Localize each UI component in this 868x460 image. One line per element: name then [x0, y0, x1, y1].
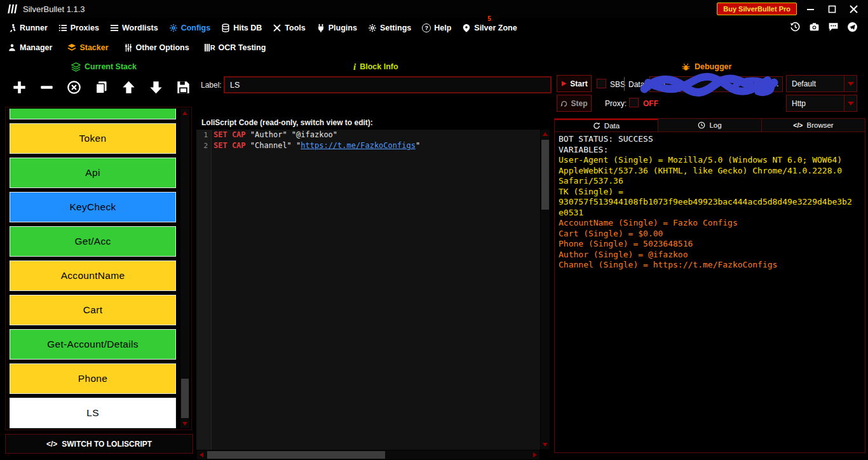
menu-configs[interactable]: Configs — [169, 24, 211, 32]
stack-panel: Token Api KeyCheck Get/Acc AccountName C… — [5, 107, 192, 430]
dropdown-arrow-box — [844, 95, 857, 111]
proxies-list-icon — [58, 24, 67, 32]
menu-plugins[interactable]: Plugins — [316, 24, 357, 32]
step-button[interactable]: Step — [557, 95, 592, 112]
debug-output-line: User-Agent (Single) = Mozilla/5.0 (Windo… — [559, 155, 853, 187]
close-button[interactable] — [845, 2, 862, 16]
save-floppy-icon — [176, 80, 191, 95]
debugger-title: Debugger — [695, 62, 731, 71]
code-url-link[interactable]: https://t.me/FazkoConfigs — [301, 141, 416, 150]
scrollbar-thumb[interactable] — [207, 451, 385, 459]
menu-hitsdb[interactable]: Hits DB — [221, 24, 262, 32]
stack-block-ls[interactable]: LS — [10, 398, 176, 428]
chat-bubble-icon — [828, 22, 839, 32]
block-label-input[interactable] — [224, 76, 552, 93]
loliscript-header: LoliScript Code (read-only, switch view … — [196, 117, 550, 129]
proxy-checkbox[interactable] — [629, 98, 639, 107]
sbs-checkbox[interactable] — [597, 79, 606, 88]
buy-pro-button[interactable]: Buy SilverBullet Pro — [717, 3, 797, 15]
scroll-down-arrow[interactable] — [541, 440, 550, 449]
move-block-up-button[interactable] — [121, 79, 136, 95]
save-config-button[interactable] — [175, 79, 191, 95]
stack-block-api[interactable]: Api — [10, 158, 176, 188]
stack-scrollbar[interactable] — [180, 109, 189, 428]
runner-icon — [8, 24, 17, 32]
tab-data[interactable]: Data — [555, 119, 658, 132]
debugger-output: BOT STATUS: SUCCESS VARIABLES: User-Agen… — [555, 132, 865, 452]
history-clock-icon — [790, 22, 801, 32]
switch-to-loliscript-button[interactable]: </> SWITCH TO LOLISCRIPT — [5, 434, 193, 454]
code-icon: </> — [793, 121, 803, 129]
stack-block-getacc[interactable]: Get/Acc — [10, 226, 176, 257]
minimize-button[interactable] — [802, 2, 818, 16]
scroll-left-arrow[interactable] — [197, 450, 206, 459]
start-button[interactable]: Start — [557, 75, 592, 92]
history-button[interactable] — [790, 22, 801, 34]
clear-stack-button[interactable] — [66, 79, 81, 95]
scroll-right-arrow[interactable] — [531, 450, 539, 459]
debugger-panel: Data Log </> Browser BOT STATUS: SUCCESS… — [554, 118, 865, 453]
menu-proxies-label: Proxies — [71, 24, 99, 32]
add-block-button[interactable] — [11, 79, 27, 95]
menu-runner[interactable]: Runner — [8, 24, 48, 32]
tab-log[interactable]: Log — [658, 119, 762, 132]
code-editor: 1SET CAP "Author" "@ifazkoo" 2SET CAP "C… — [196, 130, 540, 450]
wordlists-icon — [110, 24, 119, 32]
menu-settings[interactable]: Settings — [368, 24, 411, 32]
submenu-manager[interactable]: Manager — [8, 43, 52, 52]
scroll-up-arrow[interactable] — [541, 130, 550, 139]
scroll-down-arrow[interactable] — [180, 419, 189, 428]
tab-log-label: Log — [709, 121, 721, 129]
data-input[interactable]: us0 estbu . — [649, 76, 783, 92]
clone-block-button[interactable] — [93, 79, 109, 95]
submenu-ocr-testing[interactable]: R OCR Testing — [205, 43, 266, 52]
step-button-label: Step — [571, 99, 587, 108]
menu-wordlists[interactable]: Wordlists — [110, 24, 158, 32]
block-info-header: i Block Info — [353, 60, 398, 73]
proxy-type-dropdown[interactable]: Http — [786, 95, 857, 112]
label-caption: Label: — [201, 81, 222, 90]
scrollbar-thumb[interactable] — [541, 140, 549, 210]
data-value-fragment-right: estbu — [754, 80, 775, 88]
submenu-stacker[interactable]: Stacker — [67, 43, 108, 52]
stack-block-phone[interactable]: Phone — [10, 363, 176, 394]
help-icon: ? — [422, 24, 431, 32]
scroll-up-arrow[interactable] — [180, 109, 189, 118]
sbs-label: SBS — [610, 80, 625, 89]
telegram-button[interactable] — [847, 22, 858, 34]
debug-output-line: Phone (Single) = 5023648516 — [559, 239, 853, 250]
silver-zone-badge: 5 — [487, 15, 491, 22]
menu-silver-zone[interactable]: 5 Silver Zone — [462, 24, 517, 32]
current-stack-title: Current Stack — [85, 62, 137, 71]
menu-proxies[interactable]: Proxies — [58, 24, 99, 32]
code-horizontal-scrollbar[interactable] — [197, 450, 539, 459]
move-block-down-button[interactable] — [148, 79, 163, 95]
titlebar-quick-icons — [790, 22, 860, 34]
stack-block-keycheck[interactable]: KeyCheck — [10, 192, 176, 222]
wordlist-type-dropdown[interactable]: Default — [786, 75, 857, 92]
submenu-other-options[interactable]: Other Options — [124, 43, 189, 52]
maximize-icon — [828, 5, 836, 13]
debugger-controls: Start SBS Data: us0 estbu . Default Step… — [557, 74, 864, 113]
stack-layers-icon — [67, 43, 76, 52]
stack-block-token[interactable]: Token — [10, 123, 176, 154]
stack-block-partial[interactable] — [10, 109, 176, 119]
tab-browser[interactable]: </> Browser — [762, 119, 865, 132]
code-vertical-scrollbar[interactable] — [541, 130, 550, 449]
stack-block-cart[interactable]: Cart — [10, 295, 176, 325]
remove-block-button[interactable] — [39, 79, 54, 95]
maximize-button[interactable] — [824, 2, 840, 16]
stack-block-get-account-details[interactable]: Get-Account/Details — [10, 329, 176, 360]
stack-block-accountname[interactable]: AccountName — [10, 260, 176, 291]
chat-button[interactable] — [828, 22, 839, 34]
menu-tools[interactable]: Tools — [273, 24, 305, 32]
screenshot-button[interactable] — [809, 22, 820, 34]
scrollbar-thumb[interactable] — [181, 379, 189, 418]
menu-help[interactable]: ? Help — [422, 24, 451, 32]
sliders-icon — [124, 43, 133, 52]
menu-configs-label: Configs — [181, 24, 211, 32]
location-pin-icon — [462, 24, 471, 32]
debugger-header: Debugger — [681, 60, 731, 73]
titlebar: SilverBullet 1.1.3 Buy SilverBullet Pro — [0, 0, 868, 18]
start-button-label: Start — [570, 79, 587, 88]
